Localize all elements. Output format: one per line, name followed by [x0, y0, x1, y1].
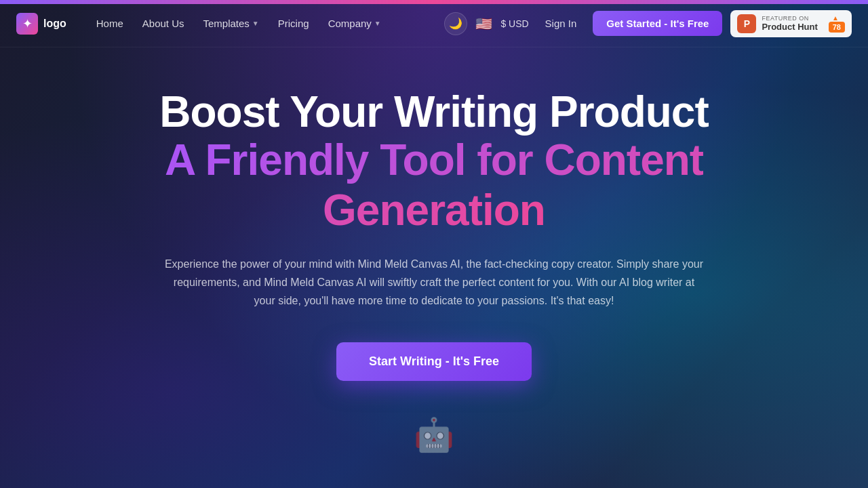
nav-pricing[interactable]: Pricing: [270, 12, 317, 35]
hero-description: Experience the power of your mind with M…: [163, 255, 705, 310]
hero-cta: Start Writing - It's Free: [336, 342, 532, 381]
product-hunt-name: Product Hunt: [762, 22, 817, 32]
nav-about[interactable]: About Us: [134, 12, 193, 35]
hero-section: Boost Your Writing Product A Friendly To…: [0, 47, 868, 488]
nav-home[interactable]: Home: [88, 12, 132, 35]
nav-company[interactable]: Company ▼: [320, 12, 389, 35]
language-flag[interactable]: 🇺🇸: [475, 16, 492, 32]
hero-title: Boost Your Writing Product A Friendly To…: [159, 88, 709, 236]
moon-icon: 🌙: [449, 17, 462, 30]
nav-left: ✦ logo Home About Us Templates ▼ Pricing…: [16, 12, 389, 35]
logo[interactable]: ✦ logo: [16, 13, 66, 35]
navbar: ✦ logo Home About Us Templates ▼ Pricing…: [0, 0, 868, 47]
currency-selector[interactable]: $ USD: [500, 18, 528, 29]
nav-links: Home About Us Templates ▼ Pricing Compan…: [88, 12, 389, 35]
hero-title-line2: A Friendly Tool for Content Generation: [165, 136, 703, 235]
sign-in-button[interactable]: Sign In: [537, 12, 585, 35]
robot-image: 🤖: [407, 408, 461, 462]
hero-title-line1: Boost Your Writing Product: [159, 87, 709, 136]
logo-icon: ✦: [16, 13, 38, 35]
start-writing-button[interactable]: Start Writing - It's Free: [336, 342, 532, 381]
product-hunt-arrow-icon: ▲: [832, 14, 839, 22]
logo-icon-char: ✦: [22, 16, 33, 31]
get-started-button[interactable]: Get Started - It's Free: [593, 11, 722, 36]
product-hunt-featured-label: FEATURED ON: [762, 15, 817, 22]
nav-templates[interactable]: Templates ▼: [195, 12, 267, 35]
nav-right: 🌙 🇺🇸 $ USD Sign In Get Started - It's Fr…: [444, 10, 852, 37]
dark-mode-toggle[interactable]: 🌙: [444, 12, 467, 35]
product-hunt-count: 78: [829, 22, 845, 33]
logo-text: logo: [43, 18, 66, 30]
company-chevron-icon: ▼: [374, 20, 381, 27]
product-hunt-badge[interactable]: P FEATURED ON Product Hunt ▲ 78: [730, 10, 852, 37]
product-hunt-logo: P: [737, 14, 756, 33]
product-hunt-text: FEATURED ON Product Hunt: [762, 15, 817, 32]
templates-chevron-icon: ▼: [252, 20, 259, 27]
